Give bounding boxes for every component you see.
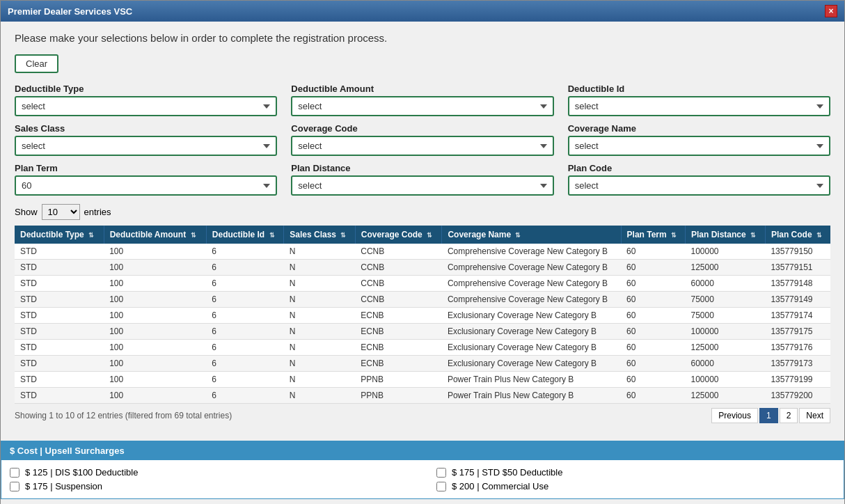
plan-term-select[interactable]: 60select (15, 175, 277, 196)
cell-3-8: 135779149 (765, 292, 830, 308)
col-plan-distance[interactable]: Plan Distance ⇅ (685, 226, 765, 244)
table-row[interactable]: STD1006NECNBExclusionary Coverage New Ca… (15, 356, 830, 372)
upsell-checkbox-2[interactable] (10, 482, 19, 491)
cell-3-7: 75000 (685, 292, 765, 308)
cell-0-3: N (284, 244, 355, 260)
cell-3-2: 6 (206, 292, 283, 308)
cell-9-0: STD (15, 388, 104, 404)
table-row[interactable]: STD1006NPPNBPower Train Plus New Categor… (15, 372, 830, 388)
cell-1-0: STD (15, 260, 104, 276)
cell-1-3: N (284, 260, 355, 276)
col-plan-code[interactable]: Plan Code ⇅ (765, 226, 830, 244)
coverage-name-select[interactable]: select (568, 136, 830, 156)
table-row[interactable]: STD1006NPPNBPower Train Plus New Categor… (15, 388, 830, 404)
upsell-header: $ Cost | Upsell Surcharges (1, 441, 844, 460)
upsell-checkbox-1[interactable] (436, 468, 446, 478)
cell-5-2: 6 (206, 324, 283, 340)
table-row[interactable]: STD1006NECNBExclusionary Coverage New Ca… (15, 308, 830, 324)
sort-icon-deductible-id: ⇅ (269, 232, 275, 239)
page-button-1[interactable]: 1 (759, 408, 778, 423)
entries-per-page-select[interactable]: 10 25 50 100 (42, 204, 80, 220)
modal-title: Premier Dealer Services VSC (8, 6, 132, 17)
cell-1-6: 60 (621, 260, 685, 276)
cell-7-5: Exclusionary Coverage New Category B (442, 356, 621, 372)
cell-0-1: 100 (104, 244, 206, 260)
cell-3-4: CCNB (355, 292, 442, 308)
show-label: Show (15, 207, 38, 217)
sort-icon-plan-code: ⇅ (816, 232, 822, 239)
cell-2-2: 6 (206, 276, 283, 292)
sales-class-select[interactable]: select (15, 136, 277, 156)
deductible-amount-select[interactable]: select (291, 96, 553, 116)
upsell-item-3: $ 200 | Commercial Use (436, 481, 835, 491)
table-row[interactable]: STD1006NCCNBComprehensive Coverage New C… (15, 292, 830, 308)
cell-5-4: ECNB (355, 324, 442, 340)
show-entries-row: Show 10 25 50 100 entries (15, 204, 830, 220)
form-group-deductible-id: Deductible Id select (568, 84, 830, 116)
cell-4-7: 75000 (685, 308, 765, 324)
cell-3-0: STD (15, 292, 104, 308)
cell-6-3: N (284, 340, 355, 356)
plan-code-label: Plan Code (568, 163, 830, 173)
col-coverage-code[interactable]: Coverage Code ⇅ (355, 226, 442, 244)
cell-9-2: 6 (206, 388, 283, 404)
col-sales-class[interactable]: Sales Class ⇅ (284, 226, 355, 244)
cell-5-8: 135779175 (765, 324, 830, 340)
upsell-section: $ Cost | Upsell Surcharges $ 125 | DIS $… (1, 441, 844, 499)
cell-3-6: 60 (621, 292, 685, 308)
modal-close-button[interactable]: × (825, 5, 837, 17)
cell-0-2: 6 (206, 244, 283, 260)
upsell-checkbox-0[interactable] (10, 468, 19, 478)
modal-titlebar: Premier Dealer Services VSC × (1, 1, 844, 22)
table-row[interactable]: STD1006NCCNBComprehensive Coverage New C… (15, 244, 830, 260)
table-row[interactable]: STD1006NECNBExclusionary Coverage New Ca… (15, 324, 830, 340)
entries-label: entries (84, 207, 111, 217)
cell-3-5: Comprehensive Coverage New Category B (442, 292, 621, 308)
table-row[interactable]: STD1006NCCNBComprehensive Coverage New C… (15, 260, 830, 276)
cell-8-3: N (284, 372, 355, 388)
cell-6-5: Exclusionary Coverage New Category B (442, 340, 621, 356)
deductible-id-select[interactable]: select (568, 96, 830, 116)
coverage-code-select[interactable]: select (291, 136, 553, 156)
previous-page-button[interactable]: Previous (711, 408, 758, 423)
cell-6-8: 135779176 (765, 340, 830, 356)
plan-code-select[interactable]: select (568, 175, 830, 196)
upsell-checkbox-3[interactable] (436, 482, 446, 491)
col-deductible-amount[interactable]: Deductible Amount ⇅ (104, 226, 206, 244)
cell-0-4: CCNB (355, 244, 442, 260)
upsell-item-2: $ 175 | Suspension (10, 481, 409, 491)
cell-8-0: STD (15, 372, 104, 388)
cell-4-8: 135779174 (765, 308, 830, 324)
form-grid: Deductible Type select Deductible Amount… (15, 84, 830, 196)
plan-distance-select[interactable]: select (291, 175, 553, 196)
col-coverage-name[interactable]: Coverage Name ⇅ (442, 226, 621, 244)
cell-5-7: 100000 (685, 324, 765, 340)
table-row[interactable]: STD1006NCCNBComprehensive Coverage New C… (15, 276, 830, 292)
col-plan-term[interactable]: Plan Term ⇅ (621, 226, 685, 244)
page-button-2[interactable]: 2 (780, 408, 798, 423)
sort-icon-coverage-name: ⇅ (515, 232, 521, 239)
upsell-label-2: $ 175 | Suspension (25, 481, 102, 491)
cell-7-4: ECNB (355, 356, 442, 372)
next-page-button[interactable]: Next (799, 408, 830, 423)
deductible-type-select[interactable]: select (15, 96, 277, 116)
cell-9-6: 60 (621, 388, 685, 404)
cell-9-1: 100 (104, 388, 206, 404)
upsell-label-3: $ 200 | Commercial Use (452, 481, 548, 491)
cell-5-5: Exclusionary Coverage New Category B (442, 324, 621, 340)
col-deductible-type[interactable]: Deductible Type ⇅ (15, 226, 104, 244)
col-deductible-id[interactable]: Deductible Id ⇅ (206, 226, 283, 244)
cell-5-0: STD (15, 324, 104, 340)
cell-6-7: 125000 (685, 340, 765, 356)
clear-button[interactable]: Clear (15, 54, 58, 73)
cell-0-0: STD (15, 244, 104, 260)
cell-3-3: N (284, 292, 355, 308)
pagination-row: Showing 1 to 10 of 12 entries (filtered … (15, 408, 830, 423)
coverage-code-label: Coverage Code (291, 123, 553, 134)
table-row[interactable]: STD1006NECNBExclusionary Coverage New Ca… (15, 340, 830, 356)
cell-0-6: 60 (621, 244, 685, 260)
upsell-label-0: $ 125 | DIS $100 Deductible (25, 467, 138, 478)
cell-7-3: N (284, 356, 355, 372)
cell-7-2: 6 (206, 356, 283, 372)
cell-1-4: CCNB (355, 260, 442, 276)
